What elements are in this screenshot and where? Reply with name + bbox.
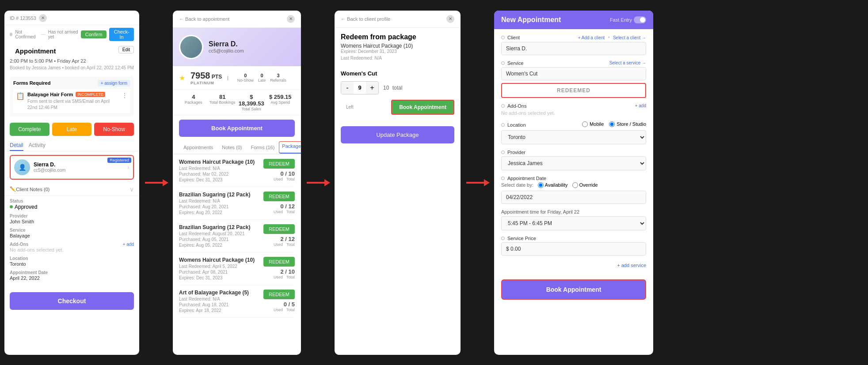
fast-entry-toggle[interactable]: Fast Entry: [610, 16, 646, 23]
back-to-appointment[interactable]: ← Back to appointment: [179, 16, 229, 22]
late-button[interactable]: Late: [52, 123, 92, 136]
price-input[interactable]: [501, 242, 646, 256]
addons-label-row: Add-Ons: [501, 103, 526, 109]
decrement-button[interactable]: -: [341, 82, 354, 94]
tab-packages[interactable]: Packages (4) NEW: [279, 141, 301, 154]
package-header: Womens Haircut Package (10) Last Redeeme…: [179, 159, 295, 182]
tab-forms[interactable]: Forms (16): [247, 141, 279, 154]
left-label: Left: [346, 105, 354, 109]
appointment-id: ID # 123553: [10, 15, 36, 21]
panel3-close-button[interactable]: ✕: [446, 15, 454, 23]
provider-select[interactable]: Jessica James: [501, 156, 646, 170]
profile-tabs: Appointments Notes (0) Forms (16) Packag…: [173, 141, 301, 154]
client-field-header: Client + Add a client • Select a client …: [501, 34, 646, 41]
client-stats: 0 No-Show 0 Late 3 Referrals: [237, 73, 295, 83]
book-appointment-final-button[interactable]: Book Appointment: [501, 279, 646, 300]
package-info: Brazilian Sugaring (12 Pack) Last Redeem…: [179, 192, 250, 215]
select-service-link[interactable]: Select a service →: [609, 60, 646, 65]
location-value: Toronto: [10, 261, 134, 267]
add-addon-link[interactable]: + add: [635, 103, 646, 108]
package-info: Womens Haircut Package (10) Last Redeeme…: [179, 257, 255, 280]
client-input[interactable]: [501, 42, 646, 55]
appointment-panel: ID # 123553 ✕ Not Confirmed — Has not ar…: [4, 11, 139, 355]
package-list-item: Womens Haircut Package (10) Last Redeeme…: [179, 154, 295, 187]
mobile-label: Mobile: [590, 121, 604, 127]
date-input[interactable]: [501, 191, 646, 204]
service-input[interactable]: [501, 67, 646, 80]
package-name: Womens Haircut Package (10): [179, 257, 255, 263]
back-to-client-profile[interactable]: ← Back to client profile: [341, 16, 391, 22]
tab-notes[interactable]: Notes (0): [217, 141, 246, 154]
select-client-link[interactable]: Select a client →: [613, 35, 646, 40]
points-info: 7958 PTS PLATINUM: [190, 71, 222, 85]
store-label: Store / Studio: [617, 121, 646, 127]
pts-number: 7958: [190, 71, 210, 80]
tab-activity[interactable]: Activity: [29, 142, 46, 151]
chevron-down-icon[interactable]: ∨: [129, 186, 134, 193]
used-label: Used: [274, 275, 283, 279]
package-expires: Expires: Apr 18, 2022: [179, 308, 249, 313]
client-info: Sierra D. cc5@cojilio.com: [34, 162, 65, 173]
tab-appointments[interactable]: Appointments: [179, 141, 217, 154]
svg-marker-0: [145, 179, 168, 186]
total-label: Total: [286, 177, 295, 181]
client-profile-avatar: [179, 35, 203, 59]
update-package-button[interactable]: Update Package: [341, 126, 454, 143]
sales-label: Total Sales: [237, 107, 266, 111]
confirm-button[interactable]: Confirm: [81, 30, 107, 38]
tier-label: PLATINUM: [190, 81, 222, 85]
assign-form-button[interactable]: + assign form: [98, 80, 130, 87]
override-radio[interactable]: [572, 182, 578, 188]
redeem-button[interactable]: REDEEM: [263, 290, 295, 299]
panel2-close-button[interactable]: ✕: [287, 15, 295, 23]
store-option[interactable]: Store / Studio: [609, 121, 646, 127]
form-status-badge: INCOMPLETE: [76, 92, 105, 97]
booked-by: Booked by Jessica James • booked on Apri…: [4, 65, 139, 74]
add-client-link[interactable]: + Add a client: [578, 35, 605, 40]
redeem-button[interactable]: REDEEM: [263, 257, 295, 267]
tab-detail[interactable]: Detail: [10, 142, 23, 151]
availability-radio[interactable]: [538, 182, 544, 188]
mobile-option[interactable]: Mobile: [582, 121, 604, 127]
book-appointment-button[interactable]: Book Appointment: [179, 120, 295, 137]
service-info-row: Service Balayage: [10, 228, 134, 238]
edit-button[interactable]: Edit: [118, 46, 134, 53]
appointment-time: 2:00 PM to 5:00 PM • Friday Apr 22: [10, 58, 86, 64]
addons-circle-icon: [501, 104, 505, 108]
package-name: Brazilian Sugaring (12 Pack): [179, 224, 250, 230]
redeem-button[interactable]: REDEEM: [263, 192, 295, 201]
checkin-button[interactable]: Check-In: [109, 28, 134, 41]
package-expires: Expires: Aug 05, 2022: [179, 243, 250, 248]
avatar-image: [180, 36, 202, 58]
add-service-link[interactable]: + add service: [501, 261, 646, 270]
client-card[interactable]: 👤 Sierra D. cc5@cojilio.com Registered ›: [10, 155, 134, 180]
separator: —: [41, 32, 46, 37]
checkout-button[interactable]: Checkout: [10, 292, 134, 310]
location-select[interactable]: Toronto: [501, 130, 646, 144]
toggle-switch[interactable]: [634, 16, 646, 23]
close-button[interactable]: ✕: [39, 14, 47, 22]
appt-date-header: Appointment Date: [501, 176, 646, 181]
noshow-button[interactable]: No-Show: [94, 123, 134, 136]
override-option[interactable]: Override: [572, 182, 598, 188]
availability-option[interactable]: Availability: [538, 182, 568, 188]
complete-button[interactable]: Complete: [10, 123, 49, 136]
redeem-button[interactable]: REDEEM: [263, 159, 295, 169]
appt-time-label: Appointment time for Friday, April 22: [501, 209, 646, 214]
add-addon-link[interactable]: + add: [123, 242, 134, 247]
form-item: 📋 Balayage Hair Form INCOMPLETE Form sen…: [13, 89, 130, 113]
redeem-button[interactable]: REDEEM: [263, 224, 295, 234]
not-confirmed-dot: [10, 33, 12, 36]
package-list-item: Art of Balayage Package (5) Last Redeeme…: [179, 285, 295, 318]
time-select[interactable]: 5:45 PM - 6:45 PM: [501, 216, 646, 230]
book-appointment-from-package[interactable]: Book Appointment: [391, 100, 454, 115]
client-profile-info: Sierra D. cc5@cojilio.com: [209, 40, 244, 53]
mobile-radio[interactable]: [582, 121, 588, 127]
package-count: 0 / 10 Used Total: [274, 170, 295, 181]
form-menu-icon[interactable]: ⋮: [122, 92, 128, 99]
store-radio[interactable]: [609, 121, 615, 127]
package-purchased: Purchased: Apr 08, 2021: [179, 270, 255, 275]
count-labels: Used Total: [274, 308, 295, 312]
notes-header: ✏️ Client Notes (0) ∨: [10, 186, 134, 193]
increment-button[interactable]: +: [366, 82, 378, 94]
